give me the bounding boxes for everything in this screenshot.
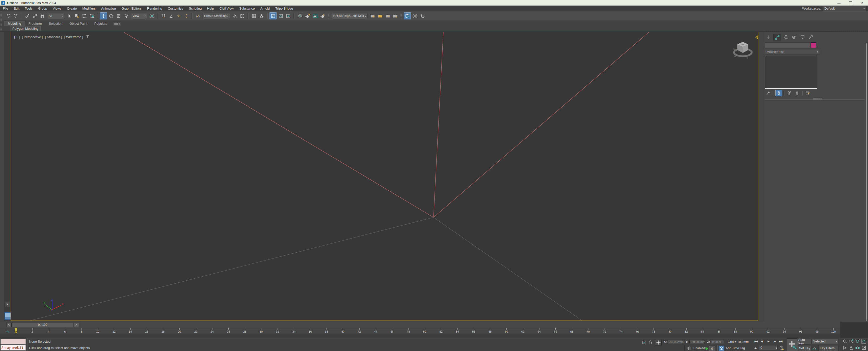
ribbon-tab-modeling[interactable]: Modeling — [4, 21, 25, 26]
rendered-frame-window-button[interactable] — [311, 12, 318, 20]
x-coordinate-field[interactable]: -50,002mm — [668, 340, 683, 344]
pin-stack-button[interactable] — [765, 90, 771, 96]
command-panel-tab-modify[interactable] — [773, 34, 781, 41]
time-slider-track[interactable]: < 0 / 100 > — [0, 322, 840, 328]
menu-rendering[interactable]: Rendering — [144, 6, 165, 10]
menu-tools[interactable]: Tools — [22, 6, 35, 10]
menu-customize[interactable]: Customize — [165, 6, 186, 10]
workspace-dropdown[interactable]: Default▾ — [823, 6, 867, 11]
y-coordinate-field[interactable]: -50,003mm — [689, 340, 705, 344]
select-by-name-button[interactable] — [73, 12, 80, 20]
autosave-interval-button[interactable]: 9 — [411, 12, 418, 20]
project-manager-button[interactable] — [384, 12, 391, 20]
viewcube[interactable]: TOPNWSE — [731, 37, 754, 60]
maxscript-mini-listener-macro[interactable] — [0, 339, 26, 345]
add-time-tag-label[interactable]: Add Time Tag — [726, 347, 745, 350]
select-and-place-button[interactable] — [123, 12, 130, 20]
curve-editor-button[interactable] — [277, 12, 284, 20]
menu-tripo-bridge[interactable]: Tripo Bridge — [273, 6, 296, 10]
go-to-end-button[interactable]: ▶▶| — [778, 339, 784, 344]
counter-button[interactable]: 0 — [709, 346, 715, 351]
go-to-start-button[interactable]: |◀◀ — [753, 339, 758, 344]
toggle-scene-explorer-button[interactable] — [250, 12, 257, 20]
unlink-selection-button[interactable] — [31, 12, 38, 20]
ribbon-tab-object-paint[interactable]: Object Paint — [66, 21, 91, 26]
viewport-pov-menu[interactable]: [ Perspective ] — [22, 35, 43, 39]
ribbon-tab-populate[interactable]: Populate — [91, 21, 111, 26]
open-project-folder-button[interactable] — [376, 12, 383, 20]
time-configuration-button[interactable] — [779, 345, 784, 351]
zoom-extents-button[interactable] — [855, 339, 860, 344]
viewport-general-menu[interactable]: [ + ] — [14, 35, 20, 39]
autosave-timer-button[interactable] — [419, 12, 426, 20]
set-key-button[interactable]: Set Key — [798, 345, 811, 351]
project-settings-button[interactable] — [369, 12, 376, 20]
select-and-rotate-button[interactable] — [107, 12, 115, 20]
viewport-shading-menu[interactable]: [ Wireframe ] — [64, 35, 83, 39]
menu-create[interactable]: Create — [64, 6, 80, 10]
command-panel-tab-motion[interactable] — [790, 34, 798, 41]
select-object-button[interactable] — [66, 12, 73, 20]
layout-thumbnail[interactable] — [4, 312, 11, 320]
ribbon-tab-selection[interactable]: Selection — [45, 21, 66, 26]
menu-animation[interactable]: Animation — [98, 6, 119, 10]
bind-to-space-warp-button[interactable] — [39, 12, 46, 20]
selection-filter-dropdown[interactable]: All▾ — [47, 13, 64, 19]
toggle-layer-explorer-button[interactable] — [258, 12, 265, 20]
remove-modifier-button[interactable] — [794, 90, 800, 96]
object-name-field[interactable] — [765, 42, 811, 49]
rollout-divider-handle[interactable] — [813, 98, 822, 100]
select-and-link-button[interactable] — [24, 12, 31, 20]
zoom-button[interactable] — [842, 339, 847, 344]
next-frame-button[interactable]: |▶ — [772, 339, 777, 344]
make-unique-button[interactable] — [786, 90, 793, 96]
command-panel-tab-hierarchy[interactable] — [782, 34, 789, 41]
selection-lock-button[interactable] — [648, 340, 653, 345]
reference-coordinate-system-dropdown[interactable]: View▾ — [131, 13, 147, 19]
percent-snap-button[interactable]: % — [175, 12, 182, 20]
undo-button[interactable] — [4, 12, 11, 20]
schematic-view-button[interactable] — [285, 12, 292, 20]
perspective-viewport[interactable]: [ + ] [ Perspective ] [ Standard ] [ Wir… — [10, 32, 758, 321]
layout-expand-button[interactable] — [5, 301, 10, 307]
per-view-filter-icon[interactable] — [85, 34, 90, 40]
frame-ruler[interactable]: 0246810121416182022242628303234363840424… — [13, 328, 838, 334]
menu-file[interactable]: File — [0, 6, 11, 10]
select-and-move-button[interactable] — [100, 12, 107, 20]
current-frame-field[interactable]: 0 ▴▾ — [759, 345, 778, 350]
menu-scripting[interactable]: Scripting — [186, 6, 205, 10]
menu-group[interactable]: Group — [35, 6, 50, 10]
project-structure-button[interactable] — [392, 12, 399, 20]
toggle-ribbon-button[interactable] — [270, 12, 277, 20]
ribbon-tab-freeform[interactable]: Freeform — [25, 21, 45, 26]
z-coordinate-field[interactable]: 0,0mm — [711, 340, 724, 344]
menu-edit[interactable]: Edit — [11, 6, 22, 10]
modifier-list-dropdown[interactable]: Modifier List ▾ — [765, 49, 820, 55]
menu-views[interactable]: Views — [50, 6, 64, 10]
angle-snap-button[interactable] — [167, 12, 175, 20]
spinner-icon[interactable]: ▴▾ — [776, 346, 777, 349]
use-pivot-point-center-button[interactable] — [148, 12, 155, 20]
time-tag-cube-button[interactable] — [719, 346, 724, 351]
auto-key-button[interactable]: Auto Key — [798, 339, 811, 345]
adaptive-degradation-shield-icon[interactable] — [686, 346, 692, 351]
viewport-splitter-arrow-icon[interactable] — [755, 35, 758, 40]
redo-button[interactable] — [12, 12, 19, 20]
select-and-scale-button[interactable] — [115, 12, 122, 20]
command-panel-tab-utilities[interactable] — [807, 34, 814, 41]
menu-modifiers[interactable]: Modifiers — [80, 6, 98, 10]
align-button[interactable] — [239, 12, 246, 20]
menu-graph-editors[interactable]: Graph Editors — [119, 6, 144, 10]
minimize-button[interactable] — [833, 0, 845, 5]
menu-substance[interactable]: Substance — [237, 6, 257, 10]
isolate-selection-button[interactable] — [641, 340, 647, 345]
render-setup-button[interactable] — [304, 12, 311, 20]
key-filters-button[interactable]: Key Filters... — [818, 345, 838, 351]
menu-arnold[interactable]: Arnold — [257, 6, 273, 10]
project-folder-path-dropdown[interactable]: C:\Users\sp\...3ds Max 2024▾ — [332, 13, 368, 19]
set-keys-button[interactable] — [786, 339, 798, 351]
toolbar-drag-handle[interactable] — [0, 11, 2, 31]
maximize-button[interactable] — [845, 0, 857, 5]
edit-named-selection-sets-button[interactable]: {} — [194, 12, 202, 20]
spinner-snap-button[interactable] — [183, 12, 190, 20]
